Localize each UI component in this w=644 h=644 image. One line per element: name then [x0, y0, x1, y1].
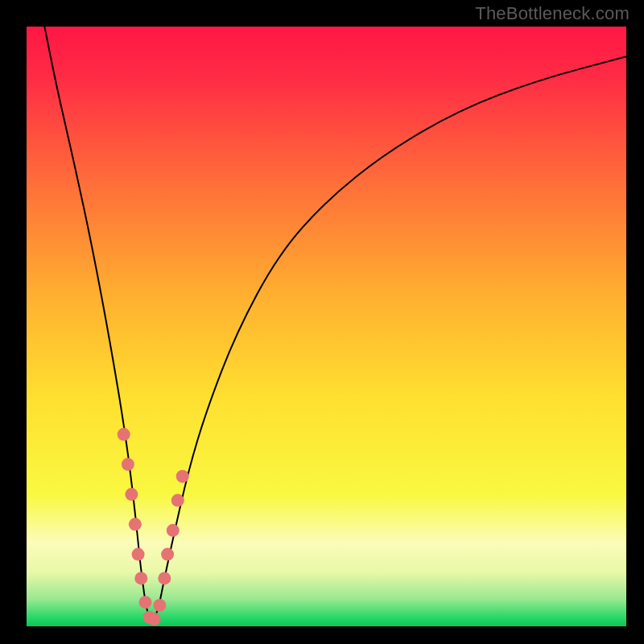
marker-point	[167, 524, 180, 537]
marker-point	[161, 548, 174, 561]
marker-point	[129, 518, 142, 530]
curve-layer	[27, 27, 626, 626]
plot-area	[27, 27, 626, 626]
watermark-text: TheBottleneck.com	[475, 3, 630, 24]
marker-point	[153, 599, 166, 612]
marker-point	[139, 596, 152, 609]
marker-point	[132, 548, 145, 561]
marker-point	[171, 494, 184, 507]
marker-point	[122, 458, 134, 471]
marker-point	[148, 613, 161, 625]
chart-container: TheBottleneck.com	[0, 0, 644, 644]
marker-point	[176, 470, 189, 483]
bottleneck-curve	[44, 27, 626, 622]
marker-point	[158, 572, 171, 584]
marker-point	[134, 572, 147, 584]
marker-point	[118, 428, 130, 441]
marker-point	[125, 488, 138, 501]
